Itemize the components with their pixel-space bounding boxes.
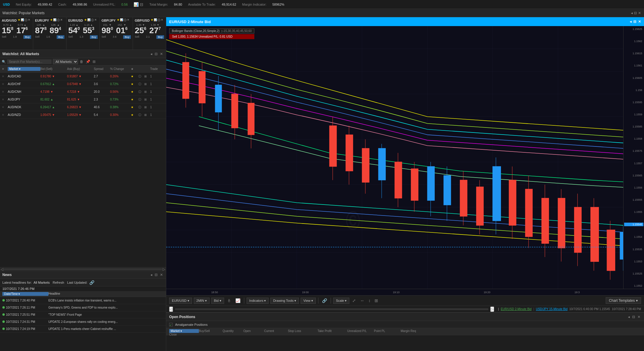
row-star[interactable]: ★	[131, 75, 138, 78]
news-row[interactable]: 10/7/2021 7:25:51 PM "TOP NEWS"-Front Pa…	[0, 311, 166, 318]
ticker-buy-btn[interactable]: Buy	[57, 35, 64, 39]
scale-btn[interactable]: Scale ▾	[333, 298, 350, 304]
news-row[interactable]: 10/7/2021 7:24:31 PM UPDATE 2-European s…	[0, 318, 166, 326]
row-icon1[interactable]: ⓘ	[138, 105, 144, 109]
scroll-right[interactable]: ▷	[162, 267, 166, 271]
ticker-info[interactable]: ⓘ	[124, 18, 126, 22]
watchlist-grid[interactable]: ⊞	[92, 59, 96, 64]
chart-tab-eurusd[interactable]: EUR/USD 2-Minute Bid	[501, 307, 532, 311]
positions-collapse[interactable]: ◂	[627, 314, 630, 320]
ticker-info[interactable]: ⓘ	[25, 18, 27, 22]
ticker-close[interactable]: ✕	[127, 18, 129, 22]
watchlist-popular-pin[interactable]: ◂	[630, 10, 633, 16]
view-btn[interactable]: View ▾	[301, 298, 316, 304]
row-star[interactable]: ★	[131, 90, 138, 93]
ticker-star[interactable]: ★	[117, 18, 119, 22]
watchlist-row[interactable]: ✕ AUD/NZD 1.05475 ▼ 1.05529 ▼ 5.4 0.30% …	[0, 111, 166, 119]
chart-nav-left[interactable]: ◁	[169, 307, 173, 312]
chart-header-close[interactable]: ✕	[638, 20, 641, 24]
chart-header-restore[interactable]: ⊟	[633, 20, 636, 24]
positions-pin[interactable]: ⊟	[632, 314, 636, 320]
watchlist-all-pin[interactable]: ⊟	[154, 51, 158, 57]
row-icon2[interactable]: ⊞	[144, 113, 150, 117]
watchlist-row[interactable]: ✕ AUD/JPY 81.602 ▲ 81.625 ▼ 2.3 0.73% ★ …	[0, 96, 166, 103]
ticker-close[interactable]: ✕	[28, 18, 30, 22]
row-star[interactable]: ★	[131, 113, 138, 117]
ticker-buy-btn[interactable]: Buy	[156, 35, 164, 39]
chart-nav-right[interactable]: ▷	[490, 307, 494, 312]
watchlist-scroll[interactable]: ◁ ▷	[0, 267, 166, 271]
row-icon1[interactable]: ⓘ	[138, 113, 144, 117]
news-refresh-btn[interactable]: Refresh	[51, 280, 65, 285]
indicators-btn[interactable]: Indicators ▾	[247, 298, 269, 304]
ticker-chart[interactable]: 📊	[154, 18, 157, 22]
link-chart-btn[interactable]: 🔗	[321, 298, 328, 304]
ticker-star[interactable]: ★	[50, 18, 53, 22]
row-star[interactable]: ★	[131, 98, 138, 101]
ticker-star[interactable]: ★	[84, 18, 87, 22]
watchlist-search-input[interactable]	[7, 59, 52, 64]
watchlist-dropdown[interactable]: All Markets	[53, 59, 78, 64]
row-icon1[interactable]: ⓘ	[138, 82, 144, 86]
ticker-close[interactable]: ✕	[94, 18, 97, 22]
row-icon2[interactable]: ⊞	[144, 75, 150, 78]
price-type-btn[interactable]: Bid ▾	[211, 298, 224, 304]
row-icon1[interactable]: ⓘ	[138, 74, 144, 79]
ticker-chart[interactable]: 📊	[87, 18, 91, 22]
news-collapse[interactable]: ◂	[150, 272, 153, 277]
watchlist-trash[interactable]: 🗑	[79, 59, 84, 64]
ticker-buy-btn[interactable]: Buy	[123, 35, 131, 39]
row-icon1[interactable]: ⓘ	[138, 98, 144, 102]
watchlist-row[interactable]: ✕ AUD/CNH 4.7198 ▼ 4.7218 ▼ 20.0 0.56% ★…	[0, 88, 166, 96]
timeframe-btn[interactable]: 2MIN ▾	[194, 298, 210, 304]
ticker-chart[interactable]: 📊	[120, 18, 123, 22]
news-row[interactable]: 10/7/2021 7:26:40 PM ECB's Lane insists …	[0, 297, 166, 304]
zoom-left-btn[interactable]: ↔	[359, 298, 365, 304]
row-icon1[interactable]: ⓘ	[138, 90, 144, 94]
row-icon2[interactable]: ⊞	[144, 90, 150, 93]
row-icon2[interactable]: ⊞	[144, 106, 150, 109]
row-star[interactable]: ★	[131, 82, 138, 86]
watchlist-all-collapse[interactable]: ◂	[150, 51, 153, 57]
ticker-info[interactable]: ⓘ	[158, 18, 160, 22]
ticker-chart[interactable]: 📊	[21, 18, 24, 22]
row-star[interactable]: ★	[131, 106, 138, 109]
news-pin[interactable]: ⊟	[154, 272, 158, 277]
zoom-in-btn[interactable]: ⤢	[351, 298, 357, 304]
chart-type-icon-btn[interactable]: 📈	[234, 298, 242, 304]
ticker-chart[interactable]: 📊	[53, 18, 56, 22]
candle-icon-btn[interactable]: 🕯	[226, 298, 232, 304]
zoom-fit-btn[interactable]: ⊞	[373, 298, 379, 304]
news-close[interactable]: ✕	[159, 272, 164, 277]
news-row[interactable]: 10/7/2021 7:24:19 PM UPDATE 1-Peru marke…	[0, 326, 166, 333]
amalgamate-checkbox[interactable]	[169, 323, 173, 326]
ticker-close[interactable]: ✕	[60, 18, 63, 22]
scroll-left[interactable]: ◁	[0, 267, 4, 271]
ticker-buy-btn[interactable]: Buy	[90, 35, 98, 39]
chart-templates-btn[interactable]: Chart Templates ▾	[606, 297, 641, 304]
symbol-btn[interactable]: EUR/USD ▾	[169, 298, 192, 304]
ticker-star[interactable]: ★	[18, 18, 20, 22]
scroll-track[interactable]	[4, 268, 162, 270]
ticker-info[interactable]: ⓘ	[91, 18, 94, 22]
watchlist-row[interactable]: ✕ AUD/CHF 0.67912 ▲ 0.67948 ▼ 3.6 0.72% …	[0, 80, 166, 88]
watchlist-row[interactable]: ✕ AUD/NOK 6.26417 ▲ 6.26823 ▼ 40.6 0.38%…	[0, 103, 166, 111]
chart-nav-scrollbar[interactable]	[175, 308, 488, 310]
watchlist-row[interactable]: ✕ AUD/CAD 0.91780 ▼ 0.91807 ▼ 2.7 0.26% …	[0, 73, 166, 80]
watchlist-popular-restore[interactable]: ⊟	[633, 10, 637, 16]
chart-tab-usdjpy[interactable]: USD/JPY 15-Minute Bid	[536, 307, 568, 311]
row-icon2[interactable]: ⊞	[144, 82, 150, 86]
watchlist-all-close[interactable]: ✕	[159, 51, 164, 57]
drawing-tools-btn[interactable]: Drawing Tools ▾	[270, 298, 299, 304]
ticker-buy-btn[interactable]: Buy	[23, 35, 31, 39]
watchlist-popular-close[interactable]: ✕	[637, 10, 642, 16]
ticker-star[interactable]: ★	[151, 18, 153, 22]
date-col-btn[interactable]: Date/Time ▾	[2, 292, 48, 296]
row-icon2[interactable]: ⊞	[144, 98, 150, 101]
ticker-info[interactable]: ⓘ	[57, 18, 60, 22]
zoom-right-btn[interactable]: ↕	[367, 298, 372, 304]
ticker-close[interactable]: ✕	[161, 18, 163, 22]
watchlist-star[interactable]: 📌	[85, 59, 91, 64]
positions-close[interactable]: ✕	[637, 314, 641, 320]
col-market-btn[interactable]: Market ▾	[8, 67, 40, 71]
